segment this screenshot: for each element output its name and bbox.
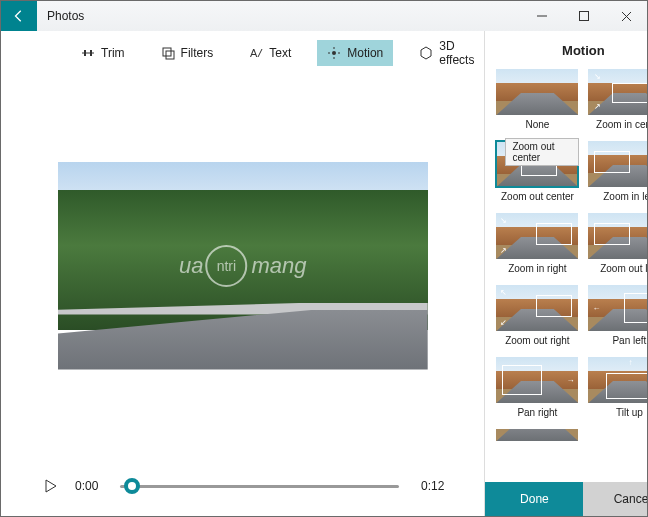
back-button[interactable] xyxy=(1,1,37,31)
motion-option-zoom-in-left[interactable]: ↙↖ Zoom in left xyxy=(587,140,647,208)
window: Photos Trim Filters A Text xyxy=(0,0,648,517)
motion-option-zoom-out-center[interactable]: Zoom out center Zoom out center xyxy=(495,140,579,208)
tooltip: Zoom out center xyxy=(505,138,579,166)
done-button[interactable]: Done xyxy=(485,482,583,516)
timeline-slider[interactable] xyxy=(120,476,399,496)
app-title: Photos xyxy=(47,9,84,23)
trim-icon xyxy=(81,46,95,60)
titlebar: Photos xyxy=(1,1,647,31)
svg-rect-6 xyxy=(90,50,92,56)
svg-rect-8 xyxy=(166,51,174,59)
tool-text[interactable]: A Text xyxy=(239,40,301,66)
tool-label: Text xyxy=(269,46,291,60)
effects-icon xyxy=(419,46,433,60)
filters-icon xyxy=(161,46,175,60)
text-icon: A xyxy=(249,46,263,60)
tool-label: 3D effects xyxy=(439,39,474,67)
video-preview[interactable]: ua ntri mang xyxy=(58,162,428,370)
app-body: Trim Filters A Text Motion 3D effects xyxy=(1,31,647,516)
svg-rect-5 xyxy=(84,50,86,56)
motion-option-tilt-up[interactable]: ↑ Tilt up xyxy=(587,356,647,424)
slider-thumb[interactable] xyxy=(124,478,140,494)
svg-text:A: A xyxy=(250,47,258,59)
motion-option-zoom-out-left[interactable]: ↗↘ Zoom out left xyxy=(587,212,647,280)
motion-panel: Motion None ↘↙ ↗↖ Zoom in center xyxy=(484,31,647,516)
cancel-button[interactable]: Cancel xyxy=(583,482,647,516)
editor-pane: Trim Filters A Text Motion 3D effects xyxy=(1,31,484,516)
player-controls: 0:00 0:12 xyxy=(1,456,484,516)
motion-icon xyxy=(327,46,341,60)
maximize-button[interactable] xyxy=(563,1,605,31)
motion-option-zoom-out-right[interactable]: ↖↙ Zoom out right xyxy=(495,284,579,352)
motion-option-pan-right[interactable]: → Pan right xyxy=(495,356,579,424)
toolbar: Trim Filters A Text Motion 3D effects xyxy=(1,31,484,75)
close-button[interactable] xyxy=(605,1,647,31)
tool-filters[interactable]: Filters xyxy=(151,40,224,66)
motion-grid: None ↘↙ ↗↖ Zoom in center Zoom out cente… xyxy=(485,68,647,482)
svg-rect-1 xyxy=(580,12,589,21)
panel-footer: Done Cancel xyxy=(485,482,647,516)
svg-point-10 xyxy=(332,51,336,55)
motion-option-zoom-in-center[interactable]: ↘↙ ↗↖ Zoom in center xyxy=(587,68,647,136)
current-time: 0:00 xyxy=(75,479,98,493)
motion-option-pan-left[interactable]: ← Pan left xyxy=(587,284,647,352)
window-controls xyxy=(521,1,647,31)
panel-title: Motion xyxy=(485,31,647,68)
tool-label: Filters xyxy=(181,46,214,60)
tool-label: Trim xyxy=(101,46,125,60)
watermark: ua ntri mang xyxy=(179,245,307,287)
tool-label: Motion xyxy=(347,46,383,60)
tool-3d-effects[interactable]: 3D effects xyxy=(409,33,484,73)
tool-motion[interactable]: Motion xyxy=(317,40,393,66)
motion-option-zoom-in-right[interactable]: ↘↗ Zoom in right xyxy=(495,212,579,280)
minimize-button[interactable] xyxy=(521,1,563,31)
svg-rect-7 xyxy=(163,48,171,56)
preview-area: ua ntri mang xyxy=(1,75,484,456)
play-button[interactable] xyxy=(41,479,61,493)
total-time: 0:12 xyxy=(421,479,444,493)
motion-option-more[interactable] xyxy=(495,428,579,442)
motion-option-none[interactable]: None xyxy=(495,68,579,136)
tool-trim[interactable]: Trim xyxy=(71,40,135,66)
